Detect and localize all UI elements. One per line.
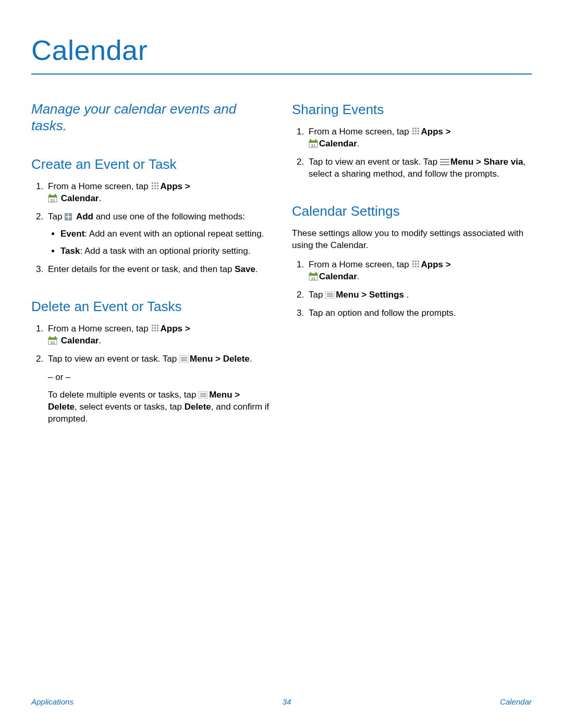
calendar-icon: 31	[309, 139, 318, 148]
sep: >	[473, 157, 483, 167]
menu-label: Menu	[190, 354, 213, 364]
svg-rect-42	[412, 133, 414, 134]
period: .	[99, 336, 101, 346]
label: Event	[60, 229, 84, 239]
apps-grid-icon	[412, 260, 420, 268]
svg-rect-8	[157, 188, 158, 189]
sep: >	[213, 354, 223, 364]
step: From a Home screen, tap Apps > 31 Calend…	[46, 181, 271, 205]
menu-icon	[179, 355, 189, 363]
text: : Add a task with an optional priority s…	[80, 246, 251, 256]
svg-rect-65	[315, 272, 316, 275]
svg-rect-5	[157, 185, 158, 187]
svg-rect-39	[412, 130, 414, 132]
text: , select events or tasks, tap	[75, 402, 185, 412]
sep: >	[182, 181, 190, 191]
sep: >	[232, 390, 240, 400]
text: From a Home screen, tap	[309, 260, 411, 269]
label: Task	[60, 246, 80, 256]
bullet: Task: Add a task with an optional priori…	[60, 245, 271, 257]
svg-rect-57	[415, 263, 417, 265]
calendar-label: Calendar	[319, 139, 357, 149]
menu-icon	[325, 291, 335, 299]
steps-settings: From a Home screen, tap Apps > 31 Calend…	[292, 259, 532, 319]
svg-text:31: 31	[51, 198, 55, 203]
add-label: Add	[76, 212, 93, 221]
steps-sharing: From a Home screen, tap Apps > 31 Calend…	[292, 126, 532, 180]
svg-rect-40	[415, 130, 417, 132]
svg-rect-43	[415, 133, 417, 134]
step: Tap Add and use one of the following met…	[46, 211, 271, 257]
svg-rect-14	[152, 325, 153, 326]
svg-text:31: 31	[51, 340, 55, 345]
step: Tap to view an event or task. Tap Menu >…	[307, 156, 532, 180]
svg-rect-18	[154, 327, 156, 329]
text: : Add an event with an optional repeat s…	[84, 229, 264, 239]
svg-rect-41	[418, 130, 419, 132]
period: .	[250, 354, 252, 364]
svg-text:31: 31	[311, 276, 316, 281]
footer-left: Applications	[31, 697, 74, 707]
intro-text: Manage your calendar events and tasks.	[31, 101, 271, 134]
svg-rect-61	[418, 266, 419, 267]
section-settings: Calendar Settings These settings allow y…	[292, 202, 532, 319]
text: Tap to view an event or task. Tap	[48, 354, 179, 364]
svg-rect-25	[50, 336, 51, 339]
svg-rect-55	[418, 261, 419, 262]
sep: >	[182, 324, 190, 334]
text: From a Home screen, tap	[48, 181, 151, 191]
menu-label: Menu	[209, 390, 232, 400]
step: Tap Menu > Settings .	[307, 289, 532, 301]
right-column: Sharing Events From a Home screen, tap A…	[292, 101, 532, 447]
menu-stack-icon	[440, 158, 449, 166]
svg-rect-7	[154, 188, 156, 189]
svg-rect-64	[310, 272, 311, 275]
delete-label: Delete	[185, 402, 211, 412]
step: From a Home screen, tap Apps > 31 Calend…	[307, 259, 532, 283]
period: .	[357, 272, 360, 281]
sep: >	[443, 127, 451, 137]
text: From a Home screen, tap	[48, 324, 151, 334]
svg-rect-16	[157, 325, 158, 326]
apps-grid-icon	[412, 127, 420, 135]
title-rule	[31, 73, 532, 75]
step: Tap an option and follow the prompts.	[307, 307, 532, 319]
delete-label: Delete	[48, 402, 75, 412]
apps-label: Apps	[160, 181, 182, 191]
svg-rect-6	[152, 188, 153, 189]
svg-rect-4	[154, 185, 156, 187]
save-label: Save	[235, 264, 255, 274]
text: Tap	[48, 212, 65, 221]
apps-grid-icon	[151, 324, 160, 332]
delete-label: Delete	[223, 354, 250, 364]
calendar-icon: 31	[309, 272, 318, 281]
text: and use one of the following methods:	[93, 212, 245, 221]
apps-grid-icon	[151, 182, 160, 190]
calendar-label: Calendar	[61, 336, 99, 346]
heading-settings: Calendar Settings	[292, 202, 532, 220]
text: Tap	[309, 290, 325, 300]
text: From a Home screen, tap	[309, 127, 411, 137]
svg-rect-47	[310, 139, 311, 142]
section-create: Create an Event or Task From a Home scre…	[31, 155, 271, 276]
svg-rect-37	[415, 128, 417, 129]
content-columns: Manage your calendar events and tasks. C…	[31, 101, 532, 447]
period: .	[99, 193, 101, 203]
svg-rect-48	[315, 139, 316, 142]
steps-delete: From a Home screen, tap Apps > 31 Calend…	[31, 323, 271, 426]
page-footer: Applications 34 Calendar	[31, 697, 532, 707]
calendar-icon: 31	[48, 193, 57, 203]
heading-sharing: Sharing Events	[292, 101, 532, 119]
footer-right: Calendar	[500, 697, 532, 707]
heading-create: Create an Event or Task	[31, 155, 271, 174]
or-text: – or –	[48, 372, 271, 384]
text: To delete multiple events or tasks, tap	[48, 390, 199, 400]
calendar-icon: 31	[48, 336, 57, 345]
settings-intro: These settings allow you to modify setti…	[292, 228, 532, 252]
svg-text:31: 31	[311, 143, 316, 148]
svg-rect-36	[412, 128, 414, 129]
settings-label: Settings	[369, 290, 404, 300]
svg-rect-1	[154, 182, 156, 184]
svg-rect-0	[152, 182, 153, 184]
calendar-label: Calendar	[61, 193, 99, 203]
